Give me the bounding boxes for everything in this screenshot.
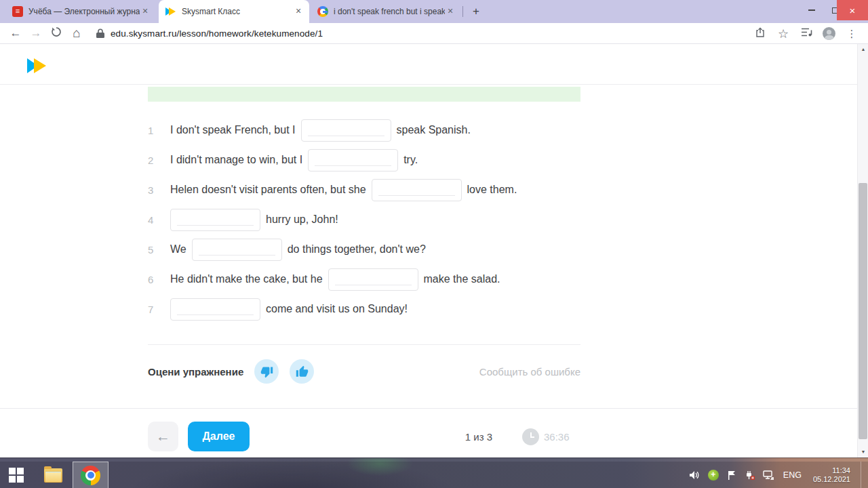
forward-icon[interactable]: → <box>26 26 46 40</box>
scroll-up-icon[interactable]: ▲ <box>858 44 868 55</box>
tab-close-icon[interactable]: × <box>140 6 151 17</box>
start-button[interactable] <box>0 462 33 488</box>
reading-list-icon[interactable] <box>800 27 813 40</box>
language-indicator[interactable]: ENG <box>783 470 802 480</box>
row-number: 2 <box>148 155 170 166</box>
sentence-after: come and visit us on Sunday! <box>266 303 408 315</box>
tab-title: Учёба — Электронный журнал <box>28 7 140 16</box>
chrome-icon <box>81 466 100 485</box>
show-desktop-button[interactable] <box>861 462 864 488</box>
exercise-row: 5 We do things together, don't we? <box>148 235 609 264</box>
address-bar[interactable]: edu.skysmart.ru/lesson/homework/ketekume… <box>96 28 323 39</box>
sentence-after: speak Spanish. <box>397 124 471 136</box>
skysmart-favicon <box>165 6 176 17</box>
row-number: 1 <box>148 125 170 136</box>
share-icon[interactable] <box>753 27 767 41</box>
next-task-button[interactable]: Далее <box>188 422 250 451</box>
antivirus-icon[interactable]: + <box>707 469 719 481</box>
system-tray: + ENG 11:34 05.12.2021 <box>689 462 864 488</box>
window-minimize-button[interactable] <box>800 0 823 20</box>
row-number: 6 <box>148 274 170 285</box>
desktop-strip: + ENG 11:34 05.12.2021 <box>0 458 868 488</box>
windows-taskbar: + ENG 11:34 05.12.2021 <box>0 462 868 488</box>
answer-input[interactable] <box>372 179 462 201</box>
browser-tab-strip: ≡ Учёба — Электронный журнал × Skysmart … <box>0 0 868 23</box>
home-icon[interactable]: ⌂ <box>66 26 87 41</box>
taskbar-clock[interactable]: 11:34 05.12.2021 <box>813 466 850 484</box>
minimize-icon <box>808 9 815 11</box>
sentence-after: make the salad. <box>424 273 500 285</box>
skysmart-logo-icon[interactable] <box>27 58 50 75</box>
tab-close-icon[interactable]: × <box>445 6 456 17</box>
answer-input[interactable] <box>308 149 398 171</box>
content-divider <box>148 344 580 345</box>
answer-input[interactable] <box>301 119 391 142</box>
tab-skysmart[interactable]: Skysmart Класс × <box>159 0 309 23</box>
answer-input[interactable] <box>170 209 260 231</box>
sentence-before: I didn't manage to win, but I <box>170 154 302 166</box>
sentence-before: Helen doesn't visit parents often, but s… <box>170 184 366 196</box>
file-explorer-button[interactable] <box>37 462 69 488</box>
tab-separator <box>462 6 463 17</box>
report-error-link[interactable]: Сообщить об ошибке <box>479 366 580 378</box>
scrollbar-thumb[interactable] <box>859 183 867 439</box>
windows-logo-icon <box>9 468 24 483</box>
exercise-list: 1 I don't speak French, but I speak Span… <box>148 115 609 324</box>
usb-device-icon[interactable] <box>744 469 756 481</box>
page-scrollbar[interactable]: ▲ ▼ <box>857 44 868 458</box>
lesson-nav-bar: ← Далее 1 из 3 36:36 <box>0 408 857 458</box>
instruction-banner <box>148 87 580 102</box>
sentence-after: do things together, don't we? <box>288 243 426 256</box>
site-header <box>0 44 868 85</box>
rating-row: Оцени упражнение Сообщить об ошибке <box>148 357 580 386</box>
scroll-down-icon[interactable]: ▼ <box>858 447 868 458</box>
answer-input[interactable] <box>170 298 260 321</box>
sentence-after: try. <box>403 154 418 166</box>
reload-icon[interactable] <box>46 26 66 41</box>
timer-value: 36:36 <box>544 431 570 443</box>
sentence-after: hurry up, John! <box>266 214 338 226</box>
screen: ≡ Учёба — Электронный журнал × Skysmart … <box>0 0 868 488</box>
taskbar-time: 11:34 <box>813 466 850 475</box>
task-pagination: 1 из 3 <box>445 431 513 443</box>
timer: 36:36 <box>522 428 570 445</box>
browser-toolbar: ← → ⌂ edu.skysmart.ru/lesson/homework/ke… <box>0 23 868 44</box>
chrome-taskbar-button[interactable] <box>73 462 108 488</box>
row-number: 4 <box>148 214 170 226</box>
answer-input[interactable] <box>328 268 418 291</box>
exercise-row: 3 Helen doesn't visit parents often, but… <box>148 175 609 205</box>
action-center-flag-icon[interactable] <box>726 469 738 481</box>
tab-title: Skysmart Класс <box>182 7 293 16</box>
exercise-row: 7 come and visit us on Sunday! <box>148 294 609 324</box>
new-tab-button[interactable]: + <box>468 3 484 20</box>
exercise-row: 4 hurry up, John! <box>148 205 609 235</box>
menu-dots-icon[interactable]: ⋮ <box>845 28 859 40</box>
profile-avatar[interactable] <box>823 27 835 40</box>
sentence-before: We <box>170 243 186 256</box>
network-icon[interactable] <box>762 469 774 481</box>
exercise-row: 6 He didn't make the cake, but he make t… <box>148 264 609 294</box>
thumbs-down-icon <box>260 365 273 378</box>
row-number: 7 <box>148 304 170 315</box>
row-number: 3 <box>148 184 170 196</box>
bookmark-star-icon[interactable]: ☆ <box>776 26 790 41</box>
previous-task-button[interactable]: ← <box>148 422 178 451</box>
url-text: edu.skysmart.ru/lesson/homework/ketekume… <box>111 28 323 39</box>
taskbar-date: 05.12.2021 <box>813 475 850 484</box>
row-number: 5 <box>148 244 170 256</box>
sentence-before: I don't speak French, but I <box>170 124 296 136</box>
thumbs-up-button[interactable] <box>290 359 314 384</box>
volume-icon[interactable] <box>689 469 701 481</box>
tab-close-icon[interactable]: × <box>293 6 304 17</box>
window-close-button[interactable]: × <box>837 0 868 20</box>
thumbs-up-icon <box>296 365 309 378</box>
google-favicon <box>317 6 328 17</box>
tab-google-search[interactable]: i don't speak french but i speak s × <box>311 0 461 23</box>
tab-journal[interactable]: ≡ Учёба — Электронный журнал × <box>5 0 156 23</box>
answer-input[interactable] <box>192 239 282 261</box>
back-icon[interactable]: ← <box>5 26 26 40</box>
thumbs-down-button[interactable] <box>254 359 279 384</box>
rate-exercise-label: Оцени упражнение <box>148 366 243 378</box>
tab-title: i don't speak french but i speak s <box>334 7 445 16</box>
exercise-row: 1 I don't speak French, but I speak Span… <box>148 115 609 145</box>
